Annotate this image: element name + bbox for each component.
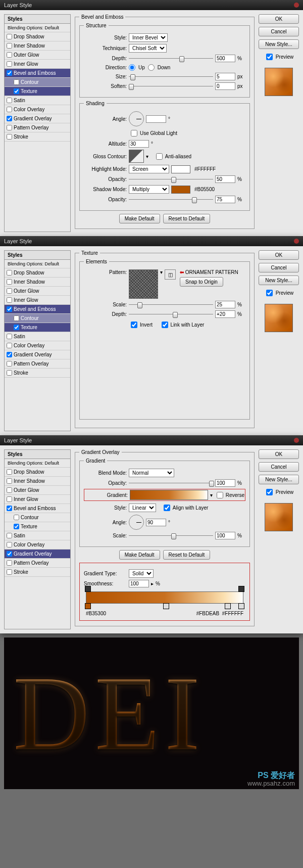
ok-button[interactable]: OK bbox=[259, 449, 299, 459]
cancel-button[interactable]: Cancel bbox=[259, 462, 299, 472]
effect-bevel-emboss[interactable]: Bevel and Emboss bbox=[5, 305, 70, 314]
effect-bevel-emboss[interactable]: Bevel and Emboss bbox=[5, 504, 70, 513]
opacity-stop[interactable] bbox=[238, 586, 244, 592]
effect-inner-glow[interactable]: Inner Glow bbox=[5, 296, 70, 305]
gloss-contour-swatch[interactable] bbox=[129, 150, 144, 163]
direction-up-radio[interactable] bbox=[129, 64, 135, 71]
effect-texture[interactable]: Texture bbox=[5, 323, 70, 332]
ok-button[interactable]: OK bbox=[259, 250, 299, 260]
chevron-down-icon[interactable]: ▾ bbox=[146, 154, 148, 159]
effect-color-overlay[interactable]: Color Overlay bbox=[5, 540, 70, 550]
shadow-opacity-slider[interactable] bbox=[129, 196, 213, 203]
reset-default-button[interactable]: Reset to Default bbox=[163, 214, 211, 223]
scale-slider[interactable] bbox=[129, 532, 213, 539]
make-default-button[interactable]: Make Default bbox=[119, 550, 160, 560]
chevron-right-icon[interactable]: ▸ bbox=[151, 581, 154, 586]
highlight-mode-select[interactable]: Screen bbox=[129, 165, 169, 173]
smoothness-input[interactable] bbox=[129, 580, 149, 587]
align-layer-checkbox[interactable] bbox=[164, 505, 170, 511]
checkbox[interactable] bbox=[7, 70, 12, 76]
checkbox[interactable] bbox=[7, 134, 12, 140]
checkbox[interactable] bbox=[14, 88, 19, 94]
blending-options[interactable]: Blending Options: Default bbox=[5, 24, 70, 32]
effect-drop-shadow[interactable]: Drop Shadow bbox=[5, 32, 70, 41]
ok-button[interactable]: OK bbox=[259, 14, 299, 24]
checkbox[interactable] bbox=[7, 125, 12, 130]
scale-slider[interactable] bbox=[129, 301, 213, 308]
preview-checkbox[interactable] bbox=[266, 489, 273, 495]
blending-options[interactable]: Blending Options: Default bbox=[5, 459, 70, 468]
titlebar[interactable]: Layer Style bbox=[0, 236, 303, 246]
new-style-button[interactable]: New Style... bbox=[259, 475, 299, 484]
titlebar[interactable]: Layer Style bbox=[0, 0, 303, 10]
gradient-bar[interactable] bbox=[130, 490, 208, 500]
highlight-opacity-input[interactable] bbox=[215, 175, 235, 183]
effect-color-overlay[interactable]: Color Overlay bbox=[5, 105, 70, 114]
titlebar[interactable]: Layer Style bbox=[0, 435, 303, 445]
shadow-mode-select[interactable]: Multiply bbox=[129, 185, 169, 194]
angle-control[interactable] bbox=[129, 111, 144, 126]
color-stop[interactable] bbox=[85, 603, 91, 609]
effect-drop-shadow[interactable]: Drop Shadow bbox=[5, 468, 70, 477]
styles-header[interactable]: Styles bbox=[5, 15, 70, 24]
effect-inner-shadow[interactable]: Inner Shadow bbox=[5, 278, 70, 287]
close-icon[interactable] bbox=[294, 239, 299, 244]
effect-contour[interactable]: Contour bbox=[5, 78, 70, 87]
effect-satin[interactable]: Satin bbox=[5, 531, 70, 540]
highlight-color-swatch[interactable] bbox=[171, 165, 190, 173]
effect-satin[interactable]: Satin bbox=[5, 96, 70, 105]
effect-stroke[interactable]: Stroke bbox=[5, 568, 70, 577]
technique-select[interactable]: Chisel Soft bbox=[129, 44, 167, 53]
chevron-down-icon[interactable]: ▾ bbox=[210, 492, 213, 498]
depth-slider[interactable] bbox=[129, 55, 213, 62]
style-select[interactable]: Inner Bevel bbox=[129, 33, 168, 42]
effect-gradient-overlay[interactable]: Gradient Overlay bbox=[5, 550, 70, 559]
effect-contour[interactable]: Contour bbox=[5, 314, 70, 323]
effect-pattern-overlay[interactable]: Pattern Overlay bbox=[5, 559, 70, 568]
depth-slider[interactable] bbox=[129, 311, 213, 318]
checkbox[interactable] bbox=[7, 116, 12, 121]
opacity-slider[interactable] bbox=[129, 480, 213, 487]
effect-inner-glow[interactable]: Inner Glow bbox=[5, 495, 70, 504]
new-preset-icon[interactable]: ◫ bbox=[165, 269, 176, 280]
styles-header[interactable]: Styles bbox=[5, 450, 70, 459]
shadow-color-swatch[interactable] bbox=[171, 186, 190, 194]
soften-input[interactable] bbox=[215, 82, 235, 90]
invert-checkbox[interactable] bbox=[131, 322, 137, 328]
effect-outer-glow[interactable]: Outer Glow bbox=[5, 486, 70, 495]
effect-gradient-overlay[interactable]: Gradient Overlay bbox=[5, 114, 70, 123]
soften-slider[interactable] bbox=[129, 83, 213, 90]
effect-pattern-overlay[interactable]: Pattern Overlay bbox=[5, 123, 70, 132]
size-input[interactable] bbox=[215, 73, 235, 80]
effect-stroke[interactable]: Stroke bbox=[5, 132, 70, 142]
effect-contour[interactable]: Contour bbox=[5, 513, 70, 522]
size-slider[interactable] bbox=[129, 73, 213, 80]
link-layer-checkbox[interactable] bbox=[162, 322, 168, 328]
opacity-stop[interactable] bbox=[85, 586, 91, 592]
checkbox[interactable] bbox=[7, 34, 12, 39]
depth-input[interactable] bbox=[215, 310, 235, 318]
highlight-opacity-slider[interactable] bbox=[129, 176, 213, 183]
checkbox[interactable] bbox=[14, 79, 19, 85]
depth-input[interactable] bbox=[215, 55, 235, 62]
snap-origin-button[interactable]: Snap to Origin bbox=[180, 277, 223, 287]
altitude-input[interactable] bbox=[129, 140, 149, 148]
angle-input[interactable] bbox=[146, 115, 166, 123]
cancel-button[interactable]: Cancel bbox=[259, 263, 299, 272]
effect-gradient-overlay[interactable]: Gradient Overlay bbox=[5, 350, 70, 359]
cancel-button[interactable]: Cancel bbox=[259, 27, 299, 36]
effect-color-overlay[interactable]: Color Overlay bbox=[5, 341, 70, 350]
effect-inner-shadow[interactable]: Inner Shadow bbox=[5, 41, 70, 51]
checkbox[interactable] bbox=[7, 61, 12, 67]
blending-options[interactable]: Blending Options: Default bbox=[5, 260, 70, 268]
gradient-strip[interactable] bbox=[86, 591, 243, 604]
preview-checkbox[interactable] bbox=[266, 54, 273, 60]
make-default-button[interactable]: Make Default bbox=[119, 214, 160, 223]
close-icon[interactable] bbox=[294, 438, 299, 443]
color-stop[interactable] bbox=[163, 603, 169, 609]
close-icon[interactable] bbox=[294, 3, 299, 8]
effect-texture[interactable]: Texture bbox=[5, 87, 70, 96]
opacity-input[interactable] bbox=[215, 479, 235, 487]
gradient-type-select[interactable]: Solid bbox=[129, 569, 154, 578]
checkbox[interactable] bbox=[7, 107, 12, 112]
